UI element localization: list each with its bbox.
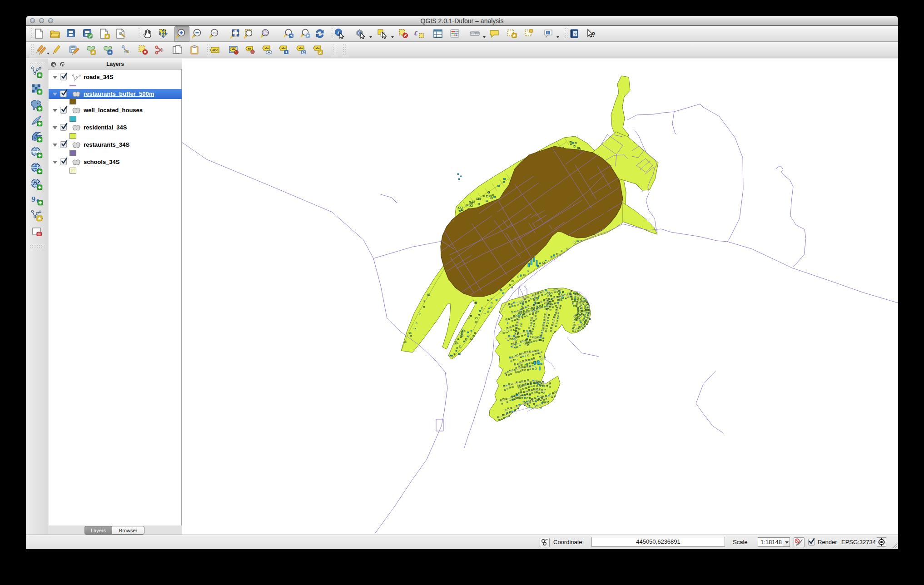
svg-text:?: ? — [591, 31, 596, 38]
svg-text:abc: abc — [316, 47, 321, 50]
svg-text:1:1: 1:1 — [212, 31, 217, 35]
svg-text:ab: ab — [232, 48, 235, 50]
svg-text:WMS: WMS — [33, 150, 40, 154]
svg-text:T: T — [547, 31, 549, 35]
svg-text:ab: ab — [248, 47, 251, 50]
svg-text:abc: abc — [213, 48, 219, 52]
svg-text:abc: abc — [265, 47, 270, 50]
svg-text:abc: abc — [282, 47, 287, 50]
svg-text:9: 9 — [31, 194, 35, 203]
svg-text:?: ? — [574, 31, 577, 36]
svg-text:ε: ε — [414, 28, 418, 37]
svg-text:abc: abc — [299, 47, 304, 50]
